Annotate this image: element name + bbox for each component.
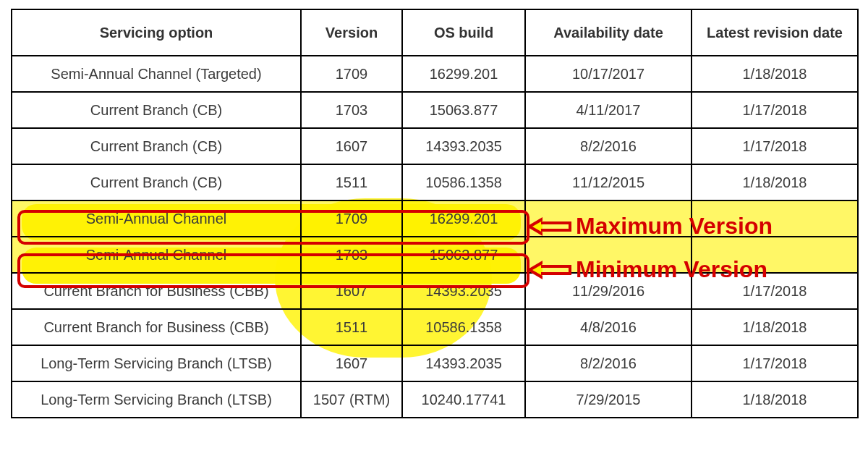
- cell-revision: 1/17/2018: [692, 128, 858, 164]
- cell-version: 1507 (RTM): [301, 381, 402, 418]
- cell-os-build: 16299.201: [402, 200, 525, 237]
- cell-revision: 1/18/2018: [692, 56, 858, 92]
- cell-version: 1511: [301, 164, 402, 200]
- col-revision: Latest revision date: [692, 9, 858, 56]
- table-row: Current Branch for Business (CBB) 1511 1…: [12, 309, 858, 345]
- annotation-min: Minimum Version: [528, 256, 767, 283]
- table-row: Long-Term Servicing Branch (LTSB) 1607 1…: [12, 345, 858, 381]
- cell-os-build: 14393.2035: [402, 128, 525, 164]
- arrow-left-icon: [528, 261, 571, 279]
- cell-availability: 4/11/2017: [525, 92, 692, 128]
- col-os-build: OS build: [402, 9, 525, 56]
- cell-servicing: Long-Term Servicing Branch (LTSB): [12, 381, 301, 418]
- cell-revision: 1/17/2018: [692, 92, 858, 128]
- cell-availability: 11/12/2015: [525, 164, 692, 200]
- cell-revision: 1/17/2018: [692, 345, 858, 381]
- table-row: Current Branch (CB) 1607 14393.2035 8/2/…: [12, 128, 858, 164]
- cell-version: 1607: [301, 273, 402, 309]
- cell-availability: 4/8/2016: [525, 309, 692, 345]
- annotation-min-label: Minimum Version: [576, 256, 767, 283]
- cell-version: 1709: [301, 56, 402, 92]
- cell-version: 1703: [301, 237, 402, 273]
- cell-servicing: Long-Term Servicing Branch (LTSB): [12, 345, 301, 381]
- cell-os-build: 10586.1358: [402, 164, 525, 200]
- cell-servicing: Current Branch (CB): [12, 92, 301, 128]
- col-version: Version: [301, 9, 402, 56]
- col-availability: Availability date: [525, 9, 692, 56]
- annotation-max: Maximum Version: [528, 213, 773, 240]
- table-row: Current Branch (CB) 1703 15063.877 4/11/…: [12, 92, 858, 128]
- cell-servicing: Semi-Annual Channel: [12, 200, 301, 237]
- cell-availability: 7/29/2015: [525, 381, 692, 418]
- cell-servicing: Current Branch (CB): [12, 164, 301, 200]
- annotation-max-label: Maximum Version: [576, 213, 773, 240]
- table-header-row: Servicing option Version OS build Availa…: [12, 9, 858, 56]
- table-row: Current Branch (CB) 1511 10586.1358 11/1…: [12, 164, 858, 200]
- col-servicing: Servicing option: [12, 9, 301, 56]
- arrow-left-icon: [528, 218, 571, 235]
- cell-os-build: 10240.17741: [402, 381, 525, 418]
- cell-servicing: Semi-Annual Channel (Targeted): [12, 56, 301, 92]
- cell-version: 1607: [301, 345, 402, 381]
- cell-availability: 10/17/2017: [525, 56, 692, 92]
- cell-version: 1607: [301, 128, 402, 164]
- cell-availability: 8/2/2016: [525, 128, 692, 164]
- cell-servicing: Current Branch (CB): [12, 128, 301, 164]
- cell-revision: 1/18/2018: [692, 381, 858, 418]
- cell-os-build: 14393.2035: [402, 273, 525, 309]
- cell-os-build: 15063.877: [402, 237, 525, 273]
- cell-availability: 8/2/2016: [525, 345, 692, 381]
- cell-version: 1709: [301, 200, 402, 237]
- cell-os-build: 16299.201: [402, 56, 525, 92]
- cell-revision: 1/18/2018: [692, 309, 858, 345]
- table-row: Long-Term Servicing Branch (LTSB) 1507 (…: [12, 381, 858, 418]
- table-row: Semi-Annual Channel (Targeted) 1709 1629…: [12, 56, 858, 92]
- cell-servicing: Current Branch for Business (CBB): [12, 309, 301, 345]
- cell-servicing: Current Branch for Business (CBB): [12, 273, 301, 309]
- cell-os-build: 15063.877: [402, 92, 525, 128]
- cell-os-build: 10586.1358: [402, 309, 525, 345]
- cell-servicing: Semi-Annual Channel: [12, 237, 301, 273]
- cell-version: 1703: [301, 92, 402, 128]
- cell-revision: 1/18/2018: [692, 164, 858, 200]
- cell-os-build: 14393.2035: [402, 345, 525, 381]
- cell-version: 1511: [301, 309, 402, 345]
